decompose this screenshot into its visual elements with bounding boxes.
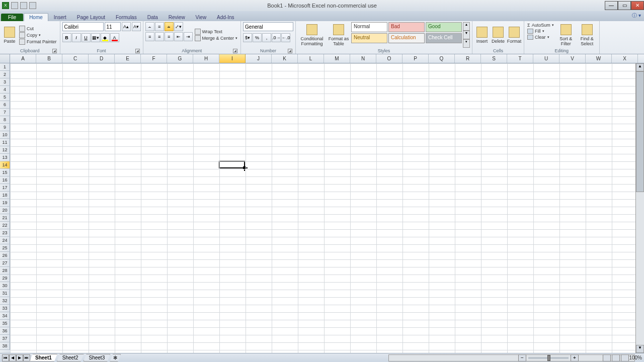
row-header-20[interactable]: 20 xyxy=(0,207,10,214)
style-check-cell[interactable]: Check Cell xyxy=(426,33,462,43)
sheet-nav-first[interactable]: ⏮ xyxy=(2,354,9,361)
col-header-M[interactable]: M xyxy=(324,54,350,63)
row-header-1[interactable]: 1 xyxy=(0,63,10,71)
row-header-37[interactable]: 37 xyxy=(0,335,10,342)
style-good[interactable]: Good xyxy=(426,22,462,32)
cells-canvas[interactable] xyxy=(10,63,644,353)
format-cells-button[interactable]: Format xyxy=(507,22,522,48)
view-normal-button[interactable] xyxy=(603,354,611,361)
col-header-L[interactable]: L xyxy=(298,54,324,63)
new-sheet-button[interactable]: ✻ xyxy=(110,354,121,361)
row-header-9[interactable]: 9 xyxy=(0,124,10,131)
align-left-button[interactable]: ≡ xyxy=(145,32,154,41)
row-header-15[interactable]: 15 xyxy=(0,169,10,176)
selected-cell[interactable] xyxy=(219,161,245,168)
indent-dec-button[interactable]: ⇤ xyxy=(174,32,183,41)
col-header-S[interactable]: S xyxy=(481,54,507,63)
row-header-34[interactable]: 34 xyxy=(0,312,10,320)
maximize-button[interactable]: ▭ xyxy=(618,1,631,10)
font-size-input[interactable] xyxy=(105,22,121,31)
sheet-nav-next[interactable]: ▶ xyxy=(16,354,23,361)
sheet-tab-2[interactable]: Sheet2 xyxy=(57,354,84,361)
underline-button[interactable]: U xyxy=(82,33,91,42)
fill-button[interactable]: Fill▾ xyxy=(526,28,555,34)
tab-pagelayout[interactable]: Page Layout xyxy=(72,14,110,21)
border-button[interactable]: ▦▾ xyxy=(91,33,100,42)
row-header-28[interactable]: 28 xyxy=(0,267,10,275)
gallery-up-button[interactable]: ▲ xyxy=(463,22,470,31)
col-header-J[interactable]: J xyxy=(246,54,272,63)
font-color-button[interactable]: A xyxy=(110,33,119,42)
row-header-6[interactable]: 6 xyxy=(0,101,10,109)
merge-center-button[interactable]: Merge & Center▾ xyxy=(194,35,239,41)
align-center-button[interactable]: ≡ xyxy=(155,32,164,41)
tab-data[interactable]: Data xyxy=(142,14,163,21)
tab-insert[interactable]: Insert xyxy=(49,14,71,21)
row-header-31[interactable]: 31 xyxy=(0,290,10,297)
row-header-36[interactable]: 36 xyxy=(0,327,10,335)
minimize-button[interactable]: — xyxy=(605,1,618,10)
tab-view[interactable]: View xyxy=(191,14,212,21)
find-select-button[interactable]: Find & Select xyxy=(577,22,597,48)
italic-button[interactable]: I xyxy=(72,33,81,42)
clipboard-launcher[interactable]: ◢ xyxy=(52,49,57,53)
comma-button[interactable]: , xyxy=(262,33,271,42)
row-header-2[interactable]: 2 xyxy=(0,71,10,78)
align-bottom-button[interactable]: ⫨ xyxy=(165,22,174,31)
col-header-R[interactable]: R xyxy=(455,54,481,63)
col-header-A[interactable]: A xyxy=(10,54,36,63)
col-header-F[interactable]: F xyxy=(141,54,167,63)
zoom-level[interactable]: 100% xyxy=(629,355,642,360)
qat-redo-icon[interactable] xyxy=(29,2,36,9)
row-header-3[interactable]: 3 xyxy=(0,78,10,86)
col-header-X[interactable]: X xyxy=(612,54,638,63)
tab-file[interactable]: File xyxy=(1,14,23,21)
clear-button[interactable]: Clear▾ xyxy=(526,34,555,40)
number-launcher[interactable]: ◢ xyxy=(288,49,292,53)
scroll-thumb[interactable] xyxy=(636,71,644,192)
row-header-22[interactable]: 22 xyxy=(0,222,10,229)
row-header-29[interactable]: 29 xyxy=(0,275,10,282)
dec-decimal-button[interactable]: ←.0 xyxy=(281,33,290,42)
col-header-W[interactable]: W xyxy=(586,54,612,63)
col-header-E[interactable]: E xyxy=(115,54,141,63)
align-middle-button[interactable]: ≡ xyxy=(155,22,164,31)
row-header-26[interactable]: 26 xyxy=(0,252,10,259)
orientation-button[interactable]: ⤢▾ xyxy=(174,22,183,31)
style-calculation[interactable]: Calculation xyxy=(388,33,425,43)
col-header-G[interactable]: G xyxy=(167,54,193,63)
row-header-21[interactable]: 21 xyxy=(0,214,10,222)
row-header-35[interactable]: 35 xyxy=(0,320,10,327)
row-header-18[interactable]: 18 xyxy=(0,192,10,199)
format-as-table-button[interactable]: Format as Table xyxy=(327,22,350,48)
scroll-up-button[interactable]: ▲ xyxy=(636,63,644,71)
row-header-33[interactable]: 33 xyxy=(0,305,10,312)
row-header-14[interactable]: 14 xyxy=(0,161,10,169)
zoom-in-button[interactable]: + xyxy=(571,354,579,361)
sheet-tab-3[interactable]: Sheet3 xyxy=(84,354,111,361)
row-header-11[interactable]: 11 xyxy=(0,139,10,146)
inc-decimal-button[interactable]: .0→ xyxy=(272,33,281,42)
cut-button[interactable]: Cut xyxy=(18,26,58,32)
conditional-formatting-button[interactable]: Conditional Formatting xyxy=(298,22,326,48)
row-header-32[interactable]: 32 xyxy=(0,297,10,305)
col-header-B[interactable]: B xyxy=(36,54,62,63)
fill-color-button[interactable]: ◆ xyxy=(101,33,110,42)
format-painter-button[interactable]: Format Painter xyxy=(18,39,58,45)
row-header-4[interactable]: 4 xyxy=(0,86,10,94)
scroll-down-button[interactable]: ▼ xyxy=(636,345,644,353)
view-pagebreak-button[interactable] xyxy=(621,354,629,361)
insert-cells-button[interactable]: Insert xyxy=(474,22,490,48)
row-header-7[interactable]: 7 xyxy=(0,109,10,116)
delete-cells-button[interactable]: Delete xyxy=(491,22,506,48)
col-header-T[interactable]: T xyxy=(507,54,533,63)
col-header-C[interactable]: C xyxy=(62,54,89,63)
col-header-U[interactable]: U xyxy=(533,54,559,63)
col-header-H[interactable]: H xyxy=(193,54,219,63)
sheet-nav-last[interactable]: ⏭ xyxy=(23,354,30,361)
autosum-button[interactable]: ΣAutoSum▾ xyxy=(526,22,555,28)
vertical-scrollbar[interactable]: ▲ ▼ xyxy=(635,63,644,353)
bold-button[interactable]: B xyxy=(62,33,71,42)
font-launcher[interactable]: ◢ xyxy=(135,49,140,53)
percent-button[interactable]: % xyxy=(253,33,262,42)
